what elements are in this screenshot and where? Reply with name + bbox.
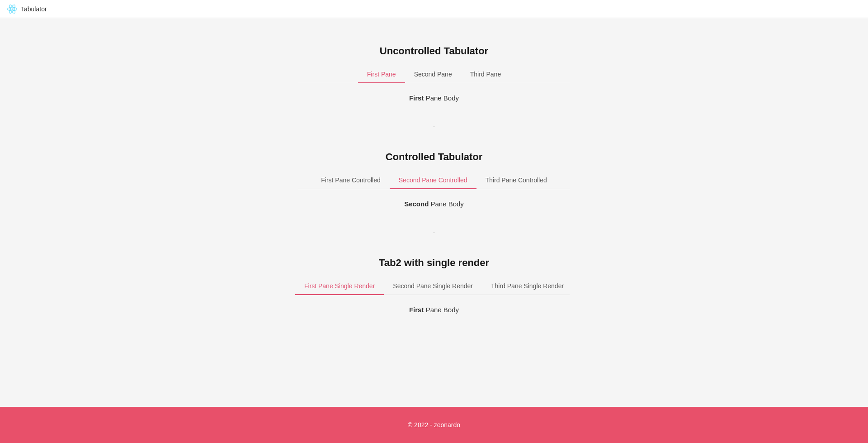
tab-content-controlled: Second Pane Body <box>404 200 464 208</box>
tab-uncontrolled-1[interactable]: Second Pane <box>405 66 461 83</box>
tabs-list-uncontrolled: First Pane Second Pane Third Pane <box>298 66 570 83</box>
tabs-uncontrolled: First Pane Second Pane Third Pane First … <box>298 66 570 102</box>
tab-uncontrolled-2[interactable]: Third Pane <box>461 66 510 83</box>
tab-controlled-0[interactable]: First Pane Controlled <box>312 172 390 189</box>
tabs-list-controlled: First Pane Controlled Second Pane Contro… <box>298 172 570 189</box>
section-controlled-title: Controlled Tabulator <box>386 151 483 163</box>
navbar: Tabulator <box>0 0 868 18</box>
tab-content-single-render-bold: First <box>409 306 424 314</box>
tab-content-controlled-text: Pane Body <box>429 200 464 208</box>
react-logo-icon <box>7 4 17 14</box>
section-single-render: Tab2 with single render First Pane Singl… <box>298 257 570 314</box>
tabs-list-single-render: First Pane Single Render Second Pane Sin… <box>298 278 570 295</box>
section-single-render-title: Tab2 with single render <box>379 257 489 269</box>
tab-content-uncontrolled-bold: First <box>409 94 424 102</box>
section-controlled: Controlled Tabulator First Pane Controll… <box>298 151 570 208</box>
brand-label: Tabulator <box>21 5 47 13</box>
tab-single-render-0[interactable]: First Pane Single Render <box>295 278 384 295</box>
divider-2: · <box>433 228 435 237</box>
tab-content-uncontrolled: First Pane Body <box>409 94 459 102</box>
tabs-controlled: First Pane Controlled Second Pane Contro… <box>298 172 570 208</box>
section-uncontrolled-title: Uncontrolled Tabulator <box>380 45 488 57</box>
brand: Tabulator <box>7 4 47 14</box>
divider-1: · <box>433 122 435 131</box>
tab-single-render-1[interactable]: Second Pane Single Render <box>384 278 482 295</box>
tabs-single-render: First Pane Single Render Second Pane Sin… <box>298 278 570 314</box>
tab-content-single-render: First Pane Body <box>409 306 459 314</box>
tab-uncontrolled-0[interactable]: First Pane <box>358 66 405 83</box>
svg-point-3 <box>11 8 13 10</box>
tab-controlled-2[interactable]: Third Pane Controlled <box>476 172 556 189</box>
main-content: Uncontrolled Tabulator First Pane Second… <box>0 18 868 407</box>
section-uncontrolled: Uncontrolled Tabulator First Pane Second… <box>298 45 570 102</box>
footer: © 2022 - zeonardo <box>0 407 868 443</box>
tab-content-controlled-bold: Second <box>404 200 429 208</box>
tab-controlled-1[interactable]: Second Pane Controlled <box>390 172 476 189</box>
tab-content-uncontrolled-text: Pane Body <box>424 94 459 102</box>
tab-single-render-2[interactable]: Third Pane Single Render <box>482 278 573 295</box>
tab-content-single-render-text: Pane Body <box>424 306 459 314</box>
footer-copyright: © 2022 - zeonardo <box>408 421 460 429</box>
